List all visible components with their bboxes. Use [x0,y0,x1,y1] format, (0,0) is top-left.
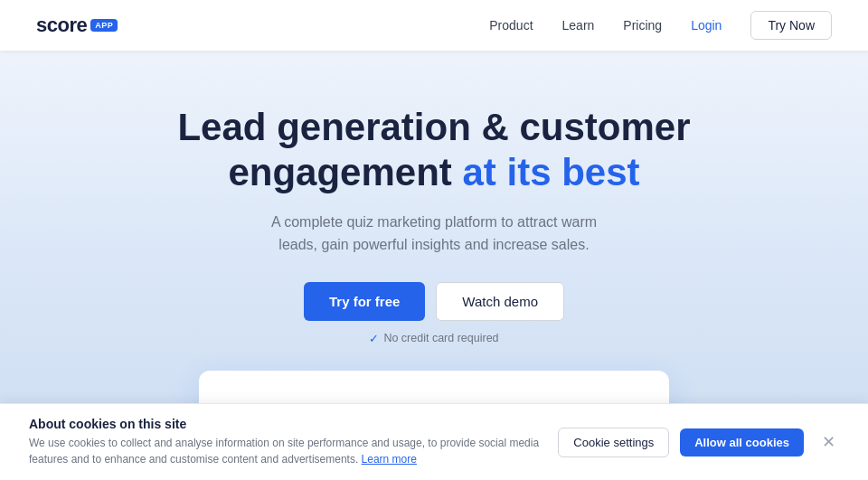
cookie-settings-button[interactable]: Cookie settings [558,428,669,457]
nav-product[interactable]: Product [489,18,533,33]
logo-badge: app [90,19,118,32]
cookie-text: About cookies on this site We use cookie… [29,417,543,467]
nav-links: Product Learn Pricing Login Try Now [489,11,832,40]
hero-subtitle: A complete quiz marketing platform to at… [262,211,606,257]
cookie-learn-more-link[interactable]: Learn more [362,453,417,466]
logo-text: score [36,14,87,37]
check-icon: ✓ [369,332,379,345]
nav-try-now-button[interactable]: Try Now [750,11,832,40]
nav-learn[interactable]: Learn [562,18,595,33]
navigation: score app Product Learn Pricing Login Tr… [0,0,868,51]
cookie-description: We use cookies to collect and analyse in… [29,435,543,467]
allow-all-cookies-button[interactable]: Allow all cookies [680,428,804,456]
hero-buttons: Try for free Watch demo [304,282,564,321]
try-for-free-button[interactable]: Try for free [304,282,425,321]
nav-login[interactable]: Login [691,18,722,33]
nav-pricing[interactable]: Pricing [623,18,662,33]
watch-demo-button[interactable]: Watch demo [436,282,564,321]
cookie-actions: Cookie settings Allow all cookies [558,428,804,457]
cookie-banner: About cookies on this site We use cookie… [0,403,868,480]
hero-title: Lead generation & customer engagement at… [177,105,690,196]
cookie-title: About cookies on this site [29,417,543,431]
logo: score app [36,14,118,37]
no-credit-card-notice: ✓ No credit card required [369,332,498,345]
cookie-close-button[interactable]: ✕ [818,428,839,456]
